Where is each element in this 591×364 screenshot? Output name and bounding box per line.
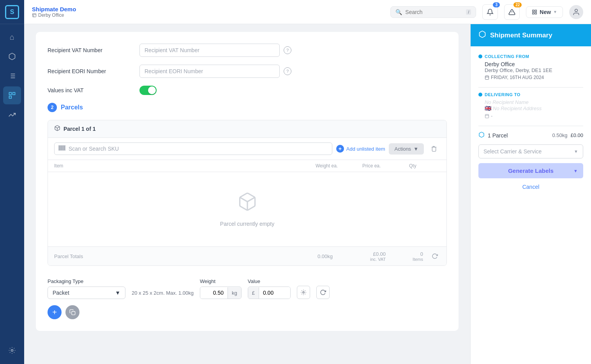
brand-name: Shipmate Demo [32, 6, 76, 12]
svg-rect-8 [9, 96, 12, 98]
main-area: Shipmate Demo Derby Office 🔍 / 3 [24, 0, 591, 364]
alerts-button[interactable]: 22 [504, 4, 520, 20]
avatar-button[interactable] [569, 5, 583, 19]
search-input[interactable] [405, 9, 463, 15]
value-input[interactable] [259, 287, 290, 299]
svg-point-9 [11, 350, 13, 352]
calendar-delivering-icon [485, 114, 489, 118]
office-icon [32, 13, 37, 18]
add-parcel-button[interactable]: + [48, 305, 62, 319]
generate-labels-button[interactable]: Generate Labels ▼ [478, 163, 583, 178]
eori-help-icon[interactable]: ? [284, 67, 291, 75]
parcel-summary-icon [478, 132, 485, 139]
svg-rect-6 [9, 93, 12, 95]
sidebar-item-barcode[interactable] [3, 86, 21, 104]
delivering-to-date-row: - [478, 113, 583, 119]
form-area: Recipient VAT Number ? Recipient EORI Nu… [24, 24, 470, 364]
weight-label: Weight [200, 278, 242, 284]
parcel-header: Parcel 1 of 1 [48, 120, 446, 138]
empty-state: Parcel currently empty [48, 172, 446, 246]
empty-box-icon [237, 192, 258, 216]
delivering-to-address-row: 🇬🇧 No Recipient Address [478, 105, 583, 111]
form-card: Recipient VAT Number ? Recipient EORI Nu… [36, 32, 459, 331]
svg-rect-21 [61, 146, 62, 150]
svg-rect-16 [535, 12, 536, 14]
copy-icon [69, 309, 76, 315]
sidebar-item-box[interactable] [3, 47, 21, 65]
svg-rect-7 [13, 93, 15, 95]
col-item: Item [54, 163, 316, 169]
search-bar[interactable]: 🔍 / [390, 6, 476, 18]
section-parcels-header: 2 Parcels [48, 103, 447, 112]
collecting-dot [478, 55, 482, 58]
new-button[interactable]: New ▼ [526, 6, 563, 18]
carrier-chevron-icon: ▼ [574, 149, 578, 154]
refresh-icon-button[interactable] [316, 286, 330, 299]
recipient-vat-input[interactable] [139, 44, 280, 57]
values-inc-vat-toggle[interactable] [139, 86, 157, 95]
svg-rect-23 [63, 146, 64, 150]
duplicate-parcel-button[interactable] [65, 305, 79, 319]
notifications-button[interactable]: 3 [482, 4, 498, 20]
sidebar-bottom [3, 341, 21, 364]
recipient-eori-input[interactable] [139, 65, 280, 78]
add-unlisted-button[interactable]: + Add unlisted item [336, 145, 385, 153]
sidebar-nav: ⌂ [3, 24, 21, 341]
svg-point-17 [575, 9, 578, 12]
carrier-select-wrap: Select Carrier & Service ▼ [478, 144, 583, 158]
delivering-to-address: No Recipient Address [493, 106, 542, 111]
totals-qty-value: 0 [392, 251, 423, 257]
packaging-type-select[interactable]: Packet ▼ [48, 287, 125, 299]
value-input-wrap[interactable]: £ [248, 287, 291, 299]
cancel-button[interactable]: Cancel [478, 180, 583, 194]
delivering-to-section: DELIVERING TO No Recipient Name 🇬🇧 No Re… [478, 92, 583, 119]
user-icon [572, 8, 580, 16]
sidebar-item-chart[interactable] [3, 106, 21, 124]
values-inc-vat-label: Values inc VAT [48, 87, 133, 93]
packaging-group: Packaging Type Packet ▼ [48, 278, 125, 299]
collecting-from-label: COLLECTING FROM [478, 54, 583, 59]
packaging-row: Packaging Type Packet ▼ 20 x 25 x 2cm. M… [48, 272, 447, 299]
value-label: Value [248, 278, 291, 284]
new-icon [532, 9, 537, 15]
col-weight: Weight ea. [316, 163, 362, 169]
totals-qty-label: Items [392, 257, 423, 262]
sidebar-item-home[interactable]: ⌂ [3, 28, 21, 46]
weight-input[interactable] [200, 287, 228, 299]
svg-rect-33 [485, 114, 489, 118]
recipient-eori-input-wrap: ? [139, 65, 447, 78]
empty-text: Parcel currently empty [220, 221, 274, 227]
parcel-header-icon [54, 125, 60, 133]
weight-input-wrap[interactable]: kg [200, 287, 242, 299]
recipient-eori-row: Recipient EORI Number ? [48, 65, 447, 78]
parcel-weight: 0.50kg [552, 132, 567, 138]
refresh-totals-button[interactable] [429, 251, 440, 262]
action-row: + [48, 305, 447, 319]
generate-caret-icon: ▼ [573, 169, 578, 173]
svg-rect-14 [535, 10, 536, 11]
svg-rect-28 [72, 311, 75, 315]
sku-input-wrap[interactable] [54, 142, 332, 155]
carrier-select[interactable]: Select Carrier & Service ▼ [478, 144, 583, 158]
topbar: Shipmate Demo Derby Office 🔍 / 3 [24, 0, 591, 24]
panel-header-icon [478, 30, 486, 40]
sidebar-item-list[interactable] [3, 67, 21, 85]
actions-button[interactable]: Actions ▼ [389, 143, 424, 155]
flag-icon: 🇬🇧 [485, 105, 491, 111]
svg-rect-24 [64, 146, 64, 150]
value-group: Value £ [248, 278, 291, 299]
recipient-vat-row: Recipient VAT Number ? [48, 44, 447, 57]
weight-group: Weight kg [200, 278, 242, 299]
vat-help-icon[interactable]: ? [284, 46, 291, 54]
barcode-icon [58, 145, 65, 152]
sidebar-item-settings[interactable] [3, 341, 21, 359]
values-toggle-wrap [139, 86, 157, 95]
delivering-dot [478, 93, 482, 97]
delete-parcel-button[interactable] [428, 142, 440, 155]
sidebar-logo: S [0, 0, 24, 24]
settings-icon-button[interactable] [297, 286, 310, 299]
alert-icon [508, 9, 515, 16]
delivering-to-date: - [491, 113, 492, 119]
sku-input[interactable] [69, 146, 328, 152]
svg-rect-19 [59, 146, 60, 150]
